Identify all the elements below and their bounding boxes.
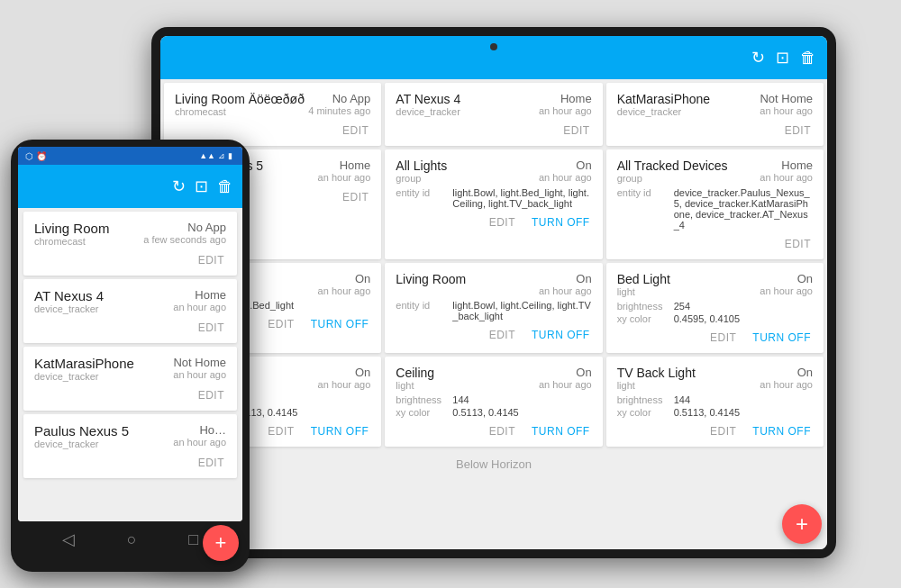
turn-off-button[interactable]: TURN OFF xyxy=(530,325,592,345)
tablet-card-actions: EDITTURN OFF xyxy=(396,421,591,441)
edit-button[interactable]: EDIT xyxy=(487,213,517,232)
tablet-delete-icon[interactable]: 🗑 xyxy=(800,49,816,68)
tablet-card-actions: EDIT xyxy=(396,121,591,140)
tablet-card-row: xy color 0.5113, 0.4145 xyxy=(396,407,591,418)
turn-off-button[interactable]: TURN OFF xyxy=(751,421,813,441)
edit-button[interactable]: EDIT xyxy=(266,314,296,334)
tablet-card-header: Living Room Äöëœðøð chromecast No App 4 … xyxy=(175,92,370,117)
edit-button[interactable]: EDIT xyxy=(783,121,813,140)
tablet-card-label: brightness xyxy=(617,301,667,312)
home-nav-icon[interactable]: ○ xyxy=(127,530,137,549)
phone-refresh-icon[interactable]: ↻ xyxy=(172,176,186,196)
edit-button[interactable]: EDIT xyxy=(341,187,370,207)
tablet-card-actions: EDITTURN OFF xyxy=(396,213,591,232)
tablet-card-sub: light xyxy=(396,380,434,391)
phone-edit-button[interactable]: EDIT xyxy=(196,385,226,405)
phone-status-right: ▲▲ ⊿ ▮ xyxy=(199,151,235,160)
tablet-card-name: TV Back Light xyxy=(617,366,696,380)
tablet-card-header: Bed Light light On an hour ago xyxy=(617,272,813,297)
phone-card-sub: device_tracker xyxy=(34,371,134,382)
tablet-card-name: Bed Light xyxy=(617,272,670,286)
edit-button[interactable]: EDIT xyxy=(266,421,296,441)
tablet-card: Living Room Äöëœðøð chromecast No App 4 … xyxy=(164,83,381,146)
edit-button[interactable]: EDIT xyxy=(708,421,738,441)
phone-card-right: Home an hour ago xyxy=(173,288,226,312)
tablet-card: All Tracked Devices group Home an hour a… xyxy=(606,149,824,259)
phone-card-name: Living Room xyxy=(34,221,109,236)
turn-off-button[interactable]: TURN OFF xyxy=(751,328,813,348)
edit-button[interactable]: EDIT xyxy=(561,121,591,140)
tablet-card-actions: EDITTURN OFF xyxy=(617,328,813,348)
tablet-card-right: On an hour ago xyxy=(318,366,371,390)
tablet-card-body: entity id light.Bowl, light.Ceiling, lig… xyxy=(396,300,591,321)
phone-delete-icon[interactable]: 🗑 xyxy=(217,177,233,196)
edit-button[interactable]: EDIT xyxy=(341,121,370,140)
tablet-card-row: entity id light.Bowl, light.Bed_light, l… xyxy=(396,187,591,209)
tablet-card-state: Home xyxy=(539,92,592,105)
tablet-card-value: 0.4595, 0.4105 xyxy=(674,313,740,324)
tablet-card: Ceiling light On an hour ago brightness … xyxy=(385,357,602,447)
tablet-card-right: Not Home an hour ago xyxy=(760,92,813,116)
tablet-card-actions: EDIT xyxy=(617,234,813,254)
tablet-card-left: Ceiling light xyxy=(396,366,434,391)
tablet-refresh-icon[interactable]: ↻ xyxy=(751,48,765,68)
phone-status-bar: ⬡ ⏰ ▲▲ ⊿ ▮ xyxy=(18,147,242,165)
phone-edit-button[interactable]: EDIT xyxy=(196,453,226,473)
phone-card-state: No App xyxy=(143,221,226,234)
phone-fab[interactable]: + xyxy=(203,525,239,561)
tablet-card-value: 0.5113, 0.4145 xyxy=(452,407,518,418)
phone-cast-icon[interactable]: ⊡ xyxy=(195,176,208,196)
tablet-card-value: device_tracker.Paulus_Nexus_5, device_tr… xyxy=(674,187,813,231)
phone-edit-button[interactable]: EDIT xyxy=(196,250,226,270)
turn-off-button[interactable]: TURN OFF xyxy=(530,213,592,232)
turn-off-button[interactable]: TURN OFF xyxy=(309,314,371,334)
tablet-card-header: TV Back Light light On an hour ago xyxy=(617,366,813,391)
tablet-card-label: xy color xyxy=(396,407,445,418)
tablet-card-header: All Tracked Devices group Home an hour a… xyxy=(617,158,813,184)
phone-card-state: Not Home xyxy=(173,356,226,369)
tablet-card-label: brightness xyxy=(617,394,667,405)
phone-card-state: Home xyxy=(173,288,226,302)
phone-edit-button[interactable]: EDIT xyxy=(196,318,226,338)
tablet-card-label: brightness xyxy=(396,394,445,405)
recents-nav-icon[interactable]: □ xyxy=(188,530,198,549)
tablet-card-header: KatMarasiPhone device_tracker Not Home a… xyxy=(617,92,813,117)
tablet-card-time: an hour ago xyxy=(539,379,592,390)
signal-icon: ▲▲ xyxy=(199,151,215,160)
tablet-card-actions: EDITTURN OFF xyxy=(396,325,591,345)
tablet-card-actions: EDITTURN OFF xyxy=(617,421,813,441)
tablet-card-value: light.Bowl, light.Bed_light, light.Ceili… xyxy=(452,187,591,209)
tablet-cast-icon[interactable]: ⊡ xyxy=(776,48,789,68)
tablet-card-left: Bed Light light xyxy=(617,272,670,297)
tablet-card-row: entity id light.Bowl, light.Ceiling, lig… xyxy=(396,300,591,321)
tablet-card-right: On an hour ago xyxy=(539,366,592,390)
phone-card-left: AT Nexus 4 device_tracker xyxy=(34,288,104,314)
edit-button[interactable]: EDIT xyxy=(708,328,738,348)
tablet-card-sub: device_tracker xyxy=(396,106,460,117)
tablet-card-body: brightness 254 xy color 0.4595, 0.4105 xyxy=(617,301,813,324)
tablet-card-body: entity id light.Bowl, light.Bed_light, l… xyxy=(396,187,591,209)
tablet-card-name: KatMarasiPhone xyxy=(617,92,711,106)
tablet-card-state: On xyxy=(760,272,813,285)
edit-button[interactable]: EDIT xyxy=(487,421,517,441)
tablet: ↻ ⊡ 🗑 Living Room Äöëœðøð chromecast No … xyxy=(151,27,836,558)
edit-button[interactable]: EDIT xyxy=(783,234,813,254)
tablet-card-right: On an hour ago xyxy=(760,366,813,390)
phone-app-bar: ↻ ⊡ 🗑 xyxy=(18,165,242,208)
alarm-icon: ⏰ xyxy=(36,151,47,161)
turn-off-button[interactable]: TURN OFF xyxy=(530,421,592,441)
tablet-card-row: xy color 0.5113, 0.4145 xyxy=(617,407,813,418)
tablet-card: All Lights group On an hour ago entity i… xyxy=(385,149,602,259)
edit-button[interactable]: EDIT xyxy=(487,325,517,345)
tablet-card-label: entity id xyxy=(396,300,445,321)
tablet-card-sub: device_tracker xyxy=(617,106,711,117)
tablet-card: KatMarasiPhone device_tracker Not Home a… xyxy=(606,83,824,146)
tablet-card-time: an hour ago xyxy=(760,172,813,183)
tablet-card-left: Living Room xyxy=(396,272,466,286)
tablet-card-header: Living Room On an hour ago xyxy=(396,272,591,296)
tablet-fab[interactable]: + xyxy=(782,504,822,544)
tablet-card-right: No App 4 minutes ago xyxy=(308,92,370,116)
back-nav-icon[interactable]: ◁ xyxy=(62,529,75,549)
tablet-card-time: an hour ago xyxy=(760,379,813,390)
turn-off-button[interactable]: TURN OFF xyxy=(309,421,371,441)
